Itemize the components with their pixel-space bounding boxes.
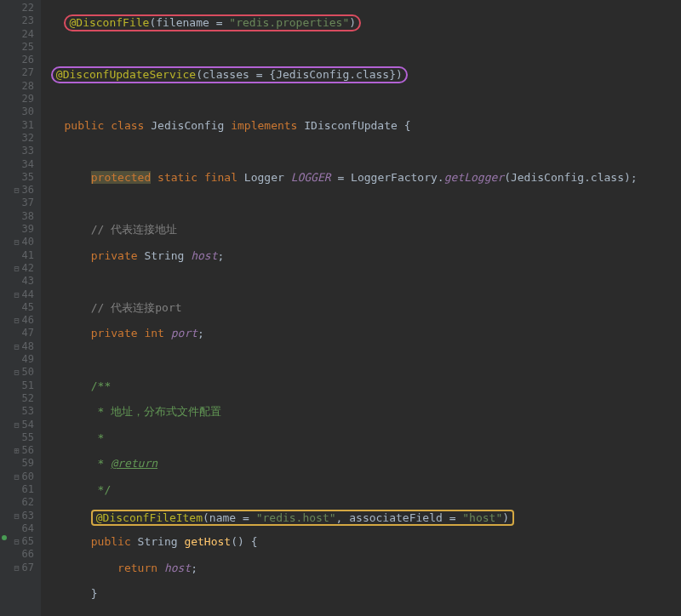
fold-icon[interactable]: ⊞ — [13, 444, 20, 457]
code-line[interactable] — [44, 197, 638, 209]
line-number: 66 — [22, 548, 34, 561]
annotation-highlight-purple: @DisconfUpdateService(classes = {JedisCo… — [51, 66, 408, 83]
code-line[interactable]: // 代表连接port — [44, 301, 638, 314]
line-number: 26 — [22, 54, 34, 66]
line-number: 22 — [22, 2, 34, 14]
line-number: 65 — [22, 535, 34, 548]
fold-icon[interactable]: ⊟ — [13, 340, 20, 353]
line-number: 52 — [22, 392, 34, 405]
line-number: 34 — [22, 158, 34, 171]
line-number: 31 — [22, 119, 34, 132]
line-number: 50 — [22, 366, 34, 379]
code-line[interactable]: public String getHost() { — [44, 535, 638, 548]
code-line[interactable]: */ — [44, 483, 638, 496]
fold-icon[interactable]: ⊟ — [13, 184, 20, 197]
fold-icon[interactable]: ⊟ — [13, 288, 20, 301]
line-number: 38 — [22, 210, 34, 223]
line-number: 42 — [22, 262, 34, 275]
line-number: 47 — [22, 327, 34, 339]
line-number: 32 — [22, 132, 34, 145]
code-line[interactable] — [44, 41, 638, 54]
line-number: 55 — [22, 431, 34, 444]
annotation-highlight-yellow: @DisconfFileItem(name = "redis.host", as… — [91, 510, 514, 526]
fold-icon[interactable]: ⊟ — [13, 419, 20, 431]
line-number: 24 — [22, 28, 34, 41]
line-number: 36 — [22, 184, 34, 197]
line-number: 62 — [22, 496, 34, 509]
code-line[interactable]: @DisconfFileItem(name = "redis.host", as… — [44, 510, 638, 522]
code-line[interactable]: // 代表连接地址 — [44, 223, 638, 236]
code-line[interactable]: public class JedisConfig implements IDis… — [44, 119, 638, 132]
line-number: 43 — [22, 275, 34, 288]
line-number: 35 — [22, 171, 34, 184]
line-number: 30 — [22, 106, 34, 118]
line-number: 23 — [22, 14, 34, 27]
line-number-gutter: 22 23 24 25 26 27 28 29 30 31 32 33 34 3… — [0, 0, 41, 616]
code-line[interactable] — [44, 275, 638, 288]
code-line[interactable]: * — [44, 431, 638, 444]
fold-icon[interactable]: ⊟ — [13, 366, 20, 379]
code-line[interactable]: private int port; — [44, 327, 638, 339]
code-line[interactable]: return host; — [44, 562, 638, 574]
line-number: 53 — [22, 405, 34, 418]
line-number: 41 — [22, 249, 34, 262]
code-line[interactable]: } — [44, 587, 638, 600]
line-number: 56 — [22, 444, 34, 457]
code-line[interactable]: private String host; — [44, 249, 638, 262]
fold-icon[interactable]: ⊟ — [13, 562, 20, 574]
code-line[interactable] — [44, 353, 638, 366]
code-line[interactable]: * @return — [44, 457, 638, 470]
code-content[interactable]: @DisconfFile(filename = "redis.propertie… — [41, 0, 638, 616]
line-number: 45 — [22, 301, 34, 314]
annotation-highlight-red: @DisconfFile(filename = "redis.propertie… — [64, 14, 361, 31]
override-gutter-icon[interactable] — [2, 535, 7, 540]
code-line[interactable] — [44, 93, 638, 106]
line-number: 51 — [22, 379, 34, 392]
code-line[interactable]: /** — [44, 379, 638, 392]
code-line[interactable]: @DisconfUpdateService(classes = {JedisCo… — [44, 66, 638, 79]
line-number: 60 — [22, 471, 34, 483]
line-number: 63 — [22, 510, 34, 522]
code-editor[interactable]: 22 23 24 25 26 27 28 29 30 31 32 33 34 3… — [0, 0, 681, 616]
line-number: 37 — [22, 197, 34, 209]
code-line[interactable]: @DisconfFile(filename = "redis.propertie… — [44, 14, 638, 27]
code-line[interactable]: * 地址，分布式文件配置 — [44, 405, 638, 418]
line-number: 48 — [22, 340, 34, 353]
line-number: 25 — [22, 41, 34, 54]
line-number: 64 — [22, 522, 34, 535]
line-number: 49 — [22, 353, 34, 366]
line-number: 39 — [22, 223, 34, 236]
fold-icon[interactable]: ⊟ — [13, 510, 20, 522]
fold-icon[interactable]: ⊟ — [13, 535, 20, 548]
fold-icon[interactable]: ⊟ — [13, 314, 20, 327]
fold-icon[interactable]: ⊟ — [13, 471, 20, 483]
line-number: 44 — [22, 288, 34, 301]
line-number: 33 — [22, 145, 34, 157]
line-number: 54 — [22, 419, 34, 431]
line-number: 29 — [22, 93, 34, 106]
fold-icon[interactable]: ⊟ — [13, 262, 20, 275]
line-number: 67 — [22, 562, 34, 574]
code-line[interactable]: protected static final Logger LOGGER = L… — [44, 171, 638, 184]
code-line[interactable] — [44, 145, 638, 157]
line-number: 40 — [22, 236, 34, 248]
line-number: 27 — [22, 66, 34, 79]
fold-icon[interactable]: ⊟ — [13, 236, 20, 248]
line-number: 59 — [22, 457, 34, 470]
line-number: 61 — [22, 483, 34, 496]
line-number: 28 — [22, 80, 34, 93]
line-number: 46 — [22, 314, 34, 327]
